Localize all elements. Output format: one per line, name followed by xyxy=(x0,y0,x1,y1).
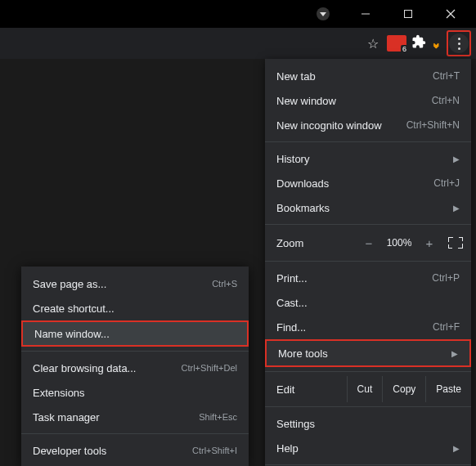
submenu-clear-browsing[interactable]: Clear browsing data... Ctrl+Shift+Del xyxy=(21,356,249,380)
submenu-save-page[interactable]: Save page as... Ctrl+S xyxy=(21,271,249,296)
fullscreen-icon[interactable] xyxy=(448,237,463,249)
submenu-developer-tools[interactable]: Developer tools Ctrl+Shift+I xyxy=(21,438,249,463)
minimize-button[interactable] xyxy=(347,0,384,28)
submenu-name-window[interactable]: Name window... xyxy=(23,322,247,345)
submenu-arrow-icon: ▶ xyxy=(451,349,458,358)
submenu-create-shortcut[interactable]: Create shortcut... xyxy=(21,296,249,320)
zoom-in-button[interactable]: + xyxy=(420,236,438,250)
brave-shields-icon[interactable]: ⌄⌄ xyxy=(431,39,442,47)
menu-new-incognito[interactable]: New incognito window Ctrl+Shift+N xyxy=(265,113,471,137)
close-button[interactable] xyxy=(432,0,469,28)
submenu-arrow-icon: ▶ xyxy=(453,204,460,213)
menu-separator xyxy=(265,464,471,465)
extension-lastpass-icon[interactable]: 6 xyxy=(387,35,406,52)
window-titlebar xyxy=(0,0,476,28)
svg-rect-1 xyxy=(405,11,412,18)
chrome-menu-button[interactable] xyxy=(449,34,469,53)
menu-separator xyxy=(265,371,471,372)
name-window-highlight: Name window... xyxy=(21,320,249,347)
zoom-out-button[interactable]: − xyxy=(360,236,378,250)
browser-toolbar: ☆ 6 ⌄⌄ xyxy=(0,28,476,59)
more-tools-submenu: Save page as... Ctrl+S Create shortcut..… xyxy=(21,267,249,466)
menu-more-tools[interactable]: More tools ▶ xyxy=(267,341,469,365)
menu-edit-row: Edit Cut Copy Paste xyxy=(265,376,471,402)
menu-find[interactable]: Find... Ctrl+F xyxy=(265,315,471,339)
menu-bookmarks[interactable]: Bookmarks ▶ xyxy=(265,195,471,220)
submenu-arrow-icon: ▶ xyxy=(453,155,460,164)
menu-new-tab[interactable]: New tab Ctrl+T xyxy=(265,64,471,88)
zoom-value: 100% xyxy=(383,237,415,249)
menu-help[interactable]: Help ▶ xyxy=(265,436,471,460)
submenu-arrow-icon: ▶ xyxy=(453,444,460,453)
menu-separator xyxy=(265,406,471,407)
bookmark-star-icon[interactable]: ☆ xyxy=(364,36,382,52)
menu-cast[interactable]: Cast... xyxy=(265,290,471,315)
menu-separator xyxy=(265,261,471,262)
menu-separator xyxy=(265,141,471,142)
edit-copy-button[interactable]: Copy xyxy=(382,376,425,402)
menu-history[interactable]: History ▶ xyxy=(265,146,471,171)
extensions-icon[interactable] xyxy=(411,34,426,52)
chrome-main-menu: New tab Ctrl+T New window Ctrl+N New inc… xyxy=(265,59,471,466)
menu-separator xyxy=(21,433,249,434)
menu-separator xyxy=(265,224,471,225)
edit-cut-button[interactable]: Cut xyxy=(347,376,383,402)
menu-settings[interactable]: Settings xyxy=(265,411,471,436)
menu-downloads[interactable]: Downloads Ctrl+J xyxy=(265,171,471,195)
extension-badge-count: 6 xyxy=(401,45,408,53)
maximize-button[interactable] xyxy=(389,0,427,28)
chrome-menu-highlight xyxy=(447,30,471,56)
submenu-extensions[interactable]: Extensions xyxy=(21,380,249,405)
submenu-task-manager[interactable]: Task manager Shift+Esc xyxy=(21,405,249,429)
edit-paste-button[interactable]: Paste xyxy=(425,376,471,402)
account-dropdown-icon[interactable] xyxy=(304,0,342,28)
more-tools-highlight: More tools ▶ xyxy=(265,339,471,367)
menu-zoom-row: Zoom − 100% + xyxy=(265,229,471,257)
menu-separator xyxy=(21,351,249,352)
menu-new-window[interactable]: New window Ctrl+N xyxy=(265,88,471,113)
menu-print[interactable]: Print... Ctrl+P xyxy=(265,266,471,290)
